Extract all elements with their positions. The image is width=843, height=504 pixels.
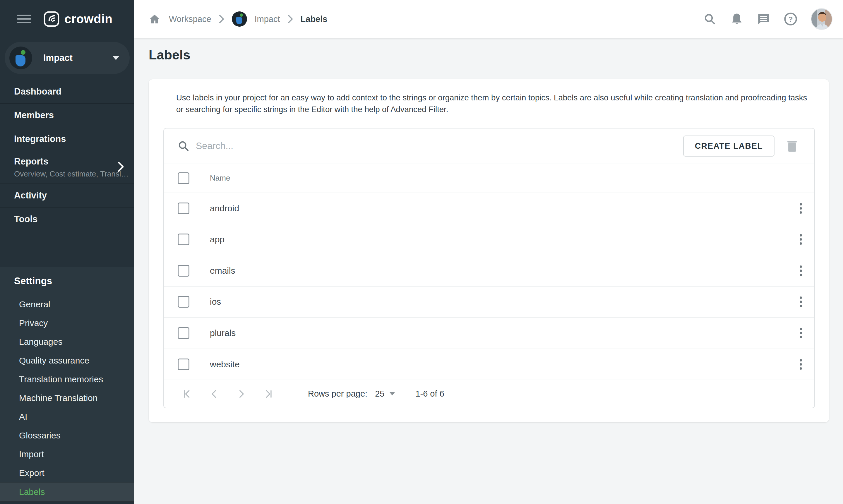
sidebar-item-reports[interactable]: Reports Overview, Cost estimate, Transl… <box>0 151 134 184</box>
row-menu-kebab-icon[interactable] <box>796 200 806 217</box>
sidebar-item-languages[interactable]: Languages <box>0 332 134 351</box>
breadcrumb-impact[interactable]: Impact <box>255 14 280 24</box>
select-all-checkbox[interactable] <box>178 173 190 184</box>
breadcrumb-labels-current: Labels <box>301 14 327 24</box>
sidebar-item-import[interactable]: Import <box>0 445 134 464</box>
sidebar-item-tools[interactable]: Tools <box>0 208 134 231</box>
last-page-button[interactable] <box>262 388 274 400</box>
sidebar-item-label: Integrations <box>14 134 66 144</box>
search-icon[interactable] <box>703 12 717 26</box>
search-icon <box>178 140 190 152</box>
page-title: Labels <box>149 48 191 62</box>
crowdin-logo-icon <box>43 11 60 27</box>
breadcrumb-project-avatar <box>232 12 247 26</box>
search-row: CREATE LABEL <box>164 128 814 164</box>
table-row: app <box>164 224 814 255</box>
home-icon[interactable] <box>148 12 161 26</box>
labels-panel: CREATE LABEL Name android <box>163 128 815 408</box>
label-name: plurals <box>210 328 236 338</box>
row-menu-kebab-icon[interactable] <box>796 293 806 310</box>
sidebar-item-translation-memories[interactable]: Translation memories <box>0 370 134 389</box>
sidebar-item-glossaries[interactable]: Glossaries <box>0 426 134 445</box>
sidebar-item-activity[interactable]: Activity <box>0 184 134 208</box>
first-page-button[interactable] <box>181 388 193 400</box>
next-page-button[interactable] <box>235 388 247 400</box>
chevron-right-icon <box>117 161 124 173</box>
table-row: emails <box>164 255 814 286</box>
sidebar-nav: Dashboard Members Integrations Reports O… <box>0 80 134 231</box>
crowdin-logo[interactable]: crowdin <box>43 11 113 27</box>
create-label-button[interactable]: CREATE LABEL <box>683 136 774 157</box>
rows-per-page-select[interactable]: 25 <box>375 389 395 399</box>
sidebar-item-label: Dashboard <box>14 86 61 97</box>
rows-per-page-value: 25 <box>375 389 384 399</box>
row-checkbox[interactable] <box>178 327 190 339</box>
app-window: crowdin Impact Dashboard Members Integra… <box>0 0 843 504</box>
sidebar-item-label: Members <box>14 110 54 121</box>
row-checkbox[interactable] <box>178 296 190 308</box>
label-name: ios <box>210 297 221 307</box>
user-avatar[interactable] <box>811 8 832 30</box>
sidebar-item-ai[interactable]: AI <box>0 408 134 426</box>
sidebar-item-label: Activity <box>14 190 47 201</box>
topbar: Workspace Impact Labels <box>134 0 843 38</box>
sidebar-item-integrations[interactable]: Integrations <box>0 127 134 151</box>
hamburger-menu-icon[interactable] <box>17 13 31 25</box>
main-content: Labels Use labels in your project for an… <box>134 38 843 504</box>
notifications-bell-icon[interactable] <box>730 12 743 26</box>
sidebar-item-machine-translation[interactable]: Machine Translation <box>0 389 134 408</box>
topbar-actions: ? <box>703 8 832 30</box>
chevron-down-icon <box>390 392 395 395</box>
help-icon[interactable]: ? <box>784 12 797 26</box>
sidebar-filler <box>0 502 134 504</box>
table-row: android <box>164 193 814 224</box>
project-avatar <box>10 47 32 69</box>
label-name: android <box>210 203 239 213</box>
project-switcher[interactable]: Impact <box>5 42 130 74</box>
sidebar-item-members[interactable]: Members <box>0 104 134 127</box>
delete-labels-button[interactable] <box>787 140 797 152</box>
row-menu-kebab-icon[interactable] <box>796 262 806 280</box>
messages-icon[interactable] <box>757 12 770 26</box>
table-header-row: Name <box>164 164 814 193</box>
sidebar-item-labels[interactable]: Labels <box>0 482 134 502</box>
rows-per-page-label: Rows per page: <box>308 389 367 399</box>
search-input[interactable] <box>196 141 683 151</box>
sidebar-item-label: Tools <box>14 214 37 224</box>
row-checkbox[interactable] <box>178 202 190 214</box>
label-name: website <box>210 359 240 370</box>
pagination-bar: Rows per page: 25 1-6 of 6 <box>164 380 814 408</box>
sidebar-item-privacy[interactable]: Privacy <box>0 314 134 332</box>
chevron-right-icon <box>219 15 224 23</box>
previous-page-button[interactable] <box>209 388 220 400</box>
sidebar-item-label: Reports <box>14 156 48 167</box>
row-menu-kebab-icon[interactable] <box>796 231 806 248</box>
row-checkbox[interactable] <box>178 359 190 370</box>
row-menu-kebab-icon[interactable] <box>796 324 806 342</box>
sidebar-item-quality-assurance[interactable]: Quality assurance <box>0 351 134 370</box>
table-row: website <box>164 348 814 380</box>
brand-name: crowdin <box>65 12 113 26</box>
row-checkbox[interactable] <box>178 265 190 276</box>
table-row: plurals <box>164 317 814 348</box>
label-name: emails <box>210 266 235 276</box>
project-name: Impact <box>43 53 113 63</box>
sidebar-item-general[interactable]: General <box>0 295 134 314</box>
settings-section-title: Settings <box>0 267 134 295</box>
sidebar-settings-section: Settings General Privacy Languages Quali… <box>0 267 134 504</box>
row-checkbox[interactable] <box>178 234 190 245</box>
labels-description: Use labels in your project for an easy w… <box>176 92 814 115</box>
sidebar-item-dashboard[interactable]: Dashboard <box>0 80 134 104</box>
trash-icon <box>787 140 797 152</box>
breadcrumb-workspace[interactable]: Workspace <box>169 14 211 24</box>
labels-card: Use labels in your project for an easy w… <box>149 79 829 422</box>
sidebar-item-export[interactable]: Export <box>0 464 134 482</box>
chevron-down-icon <box>113 56 119 60</box>
label-name: app <box>210 234 225 245</box>
row-menu-kebab-icon[interactable] <box>796 356 806 373</box>
sidebar: crowdin Impact Dashboard Members Integra… <box>0 0 134 504</box>
sidebar-header: crowdin <box>0 0 134 38</box>
name-column-header: Name <box>210 174 230 183</box>
sidebar-item-sublabel: Overview, Cost estimate, Transl… <box>14 169 134 179</box>
pagination-range: 1-6 of 6 <box>415 389 444 399</box>
